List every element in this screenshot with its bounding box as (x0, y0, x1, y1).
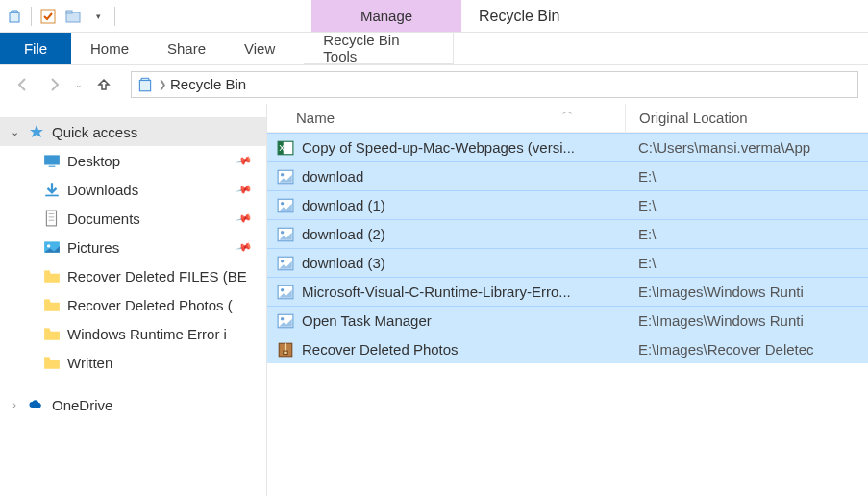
downloads-icon (42, 180, 62, 199)
file-row[interactable]: Recover Deleted PhotosE:\Images\Recover … (267, 335, 868, 363)
file-row[interactable]: Open Task ManagerE:\Images\Windows Runti (267, 306, 868, 335)
svg-rect-4 (139, 80, 150, 90)
navigation-pane: ⌄ Quick access Desktop📌Downloads📌Documen… (0, 104, 267, 496)
onedrive-label: OneDrive (52, 397, 112, 413)
file-row[interactable]: download (1)E:\ (267, 190, 868, 219)
titlebar: ▾ Manage Recycle Bin (0, 0, 868, 33)
file-name: Recover Deleted Photos (302, 341, 459, 358)
sidebar-item-label: Written (67, 355, 112, 371)
file-location: E:\Images\Windows Runti (625, 312, 868, 329)
sidebar-item[interactable]: Recover Deleted Photos ( (0, 290, 266, 319)
up-button[interactable] (90, 71, 117, 98)
column-expand-icon[interactable]: ︿ (562, 104, 573, 118)
sidebar-item-label: Desktop (67, 153, 120, 169)
pin-icon: 📌 (236, 152, 254, 169)
svg-rect-6 (49, 166, 56, 167)
address-bar[interactable]: ❯ Recycle Bin (131, 71, 858, 98)
file-row[interactable]: downloadE:\ (267, 161, 868, 190)
svg-point-26 (281, 231, 284, 234)
main-area: ⌄ Quick access Desktop📌Downloads📌Documen… (0, 104, 868, 496)
contextual-tab-manage[interactable]: Manage (311, 0, 461, 32)
file-name: Microsoft-Visual-C-Runtime-Library-Erro.… (302, 284, 571, 300)
sidebar-item-label: Recover Deleted Photos ( (67, 297, 233, 313)
file-location: E:\Images\Windows Runti (625, 284, 868, 300)
sidebar-item[interactable]: Desktop📌 (0, 146, 266, 175)
tab-share[interactable]: Share (148, 33, 225, 64)
properties-icon[interactable] (39, 8, 57, 25)
column-header-location[interactable]: Original Location (625, 104, 868, 132)
svg-rect-5 (44, 155, 60, 164)
folder-icon (42, 353, 62, 372)
file-list: ︿ Name Original Location XCopy of Speed-… (267, 104, 868, 496)
sidebar-item[interactable]: Downloads📌 (0, 175, 266, 204)
chevron-right-icon[interactable]: › (8, 399, 21, 410)
sidebar-item[interactable]: Written (0, 348, 266, 377)
svg-rect-8 (46, 211, 56, 226)
quick-access-label: Quick access (52, 124, 137, 140)
ribbon-tabs: File Home Share View Recycle Bin Tools (0, 33, 868, 65)
svg-rect-16 (44, 328, 50, 330)
image-icon (277, 197, 294, 214)
file-name: Open Task Manager (302, 312, 432, 329)
column-headers: ︿ Name Original Location (267, 104, 868, 133)
onedrive-icon (27, 395, 46, 414)
quick-access-toolbar: ▾ (0, 0, 121, 32)
image-icon (277, 284, 294, 301)
sidebar-item-label: Pictures (67, 239, 119, 256)
quick-access-header[interactable]: ⌄ Quick access (0, 117, 266, 146)
image-icon (277, 168, 294, 186)
archive-icon (277, 341, 294, 359)
file-name: download (302, 168, 363, 185)
file-row[interactable]: download (3)E:\ (267, 248, 868, 277)
separator (31, 7, 32, 26)
navigation-bar: ⌄ ❯ Recycle Bin (0, 65, 868, 104)
file-tab[interactable]: File (0, 33, 71, 64)
chevron-down-icon[interactable]: ⌄ (8, 126, 21, 138)
sidebar-item-label: Documents (67, 211, 140, 227)
star-icon (27, 122, 46, 141)
file-row[interactable]: XCopy of Speed-up-Mac-Webpages (versi...… (267, 133, 868, 161)
qat-dropdown-icon[interactable]: ▾ (89, 8, 107, 25)
back-button[interactable] (10, 71, 37, 98)
file-row[interactable]: download (2)E:\ (267, 219, 868, 248)
svg-rect-17 (44, 357, 50, 359)
file-location: E:\ (625, 168, 868, 185)
tab-home[interactable]: Home (71, 33, 148, 64)
desktop-icon (42, 151, 62, 170)
file-name: download (1) (302, 197, 385, 213)
file-location: E:\ (625, 255, 868, 271)
recent-locations-dropdown[interactable]: ⌄ (71, 71, 87, 98)
svg-rect-1 (41, 10, 55, 23)
recycle-bin-icon (136, 75, 155, 94)
tab-recycle-bin-tools[interactable]: Recycle Bin Tools (304, 33, 454, 64)
file-name: download (2) (302, 226, 385, 242)
new-folder-icon[interactable] (64, 8, 82, 25)
forward-button[interactable] (40, 71, 67, 98)
file-row[interactable]: Microsoft-Visual-C-Runtime-Library-Erro.… (267, 277, 868, 306)
breadcrumb-location[interactable]: Recycle Bin (170, 76, 246, 92)
file-location: E:\ (625, 226, 868, 242)
pin-icon: 📌 (236, 181, 254, 198)
sidebar-item-label: Windows Runtime Error i (67, 326, 227, 342)
recycle-bin-icon[interactable] (6, 8, 23, 25)
sidebar-item[interactable]: Pictures📌 (0, 233, 266, 261)
svg-rect-0 (10, 12, 19, 22)
sidebar-item[interactable]: Documents📌 (0, 204, 266, 233)
breadcrumb-separator-icon[interactable]: ❯ (159, 79, 166, 89)
file-name: download (3) (302, 255, 385, 271)
sidebar-item[interactable]: Windows Runtime Error i (0, 319, 266, 348)
file-location: E:\Images\Recover Deletec (625, 341, 868, 358)
svg-rect-14 (44, 270, 50, 272)
file-name: Copy of Speed-up-Mac-Webpages (versi... (302, 139, 575, 156)
tab-view[interactable]: View (225, 33, 294, 64)
sidebar-item-label: Recover Deleted FILES (BE (67, 268, 247, 285)
onedrive-item[interactable]: › OneDrive (0, 390, 266, 419)
svg-point-30 (281, 288, 284, 291)
svg-rect-35 (284, 351, 288, 354)
svg-point-32 (281, 317, 284, 320)
excel-icon: X (277, 139, 294, 157)
svg-point-13 (47, 244, 50, 247)
sidebar-item[interactable]: Recover Deleted FILES (BE (0, 261, 266, 290)
file-location: C:\Users\mansi.verma\App (625, 139, 868, 156)
folder-icon (42, 324, 62, 343)
